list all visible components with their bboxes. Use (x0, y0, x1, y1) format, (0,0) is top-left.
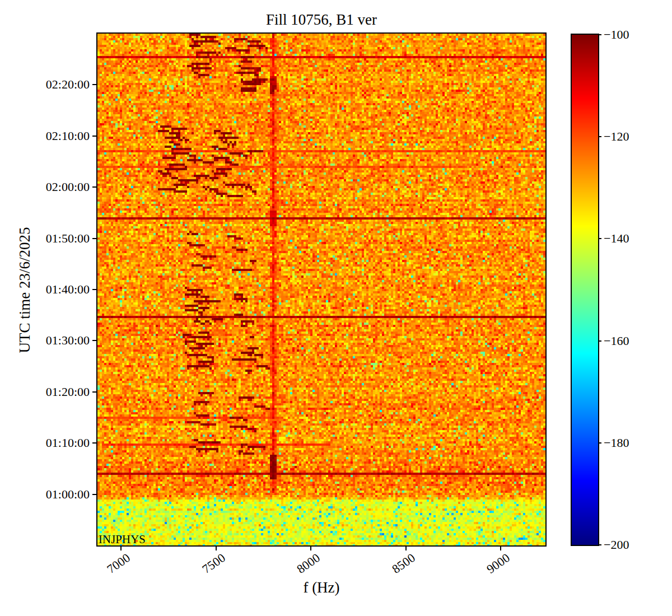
colorbar (571, 34, 599, 546)
x-tick-label: 8500 (390, 551, 418, 576)
x-tick-mark (405, 547, 407, 550)
y-tick-mark (92, 391, 96, 393)
colorbar-gradient (572, 35, 598, 545)
y-tick-mark (92, 136, 96, 137)
spectrogram-canvas (97, 34, 545, 545)
x-tick-mark (500, 547, 501, 550)
colorbar-tick-label: −200 (604, 538, 629, 552)
spectrogram-figure: Fill 10756, B1 ver INJPHYS f (Hz) UTC ti… (0, 0, 672, 616)
y-tick-label: 02:20:00 (21, 78, 90, 91)
colorbar-tick-mark (598, 544, 601, 545)
y-tick-label: 01:40:00 (21, 283, 90, 296)
y-tick-label: 01:20:00 (21, 385, 90, 399)
x-tick-mark (216, 547, 217, 550)
colorbar-tick-label: −160 (604, 334, 629, 348)
x-tick-label: 9000 (484, 551, 512, 576)
y-tick-label: 01:10:00 (21, 436, 90, 450)
colorbar-tick-mark (598, 34, 601, 35)
colorbar-tick-label: −180 (604, 436, 629, 450)
x-axis-label: f (Hz) (96, 579, 547, 596)
colorbar-tick-mark (598, 442, 601, 444)
x-tick-label: 8000 (295, 551, 323, 576)
colorbar-tick-label: −120 (604, 129, 629, 144)
colorbar-tick-mark (598, 136, 601, 137)
y-tick-label: 02:10:00 (21, 129, 90, 143)
y-tick-mark (92, 340, 96, 341)
y-tick-label: 01:50:00 (21, 232, 90, 245)
y-tick-mark (92, 442, 96, 444)
colorbar-tick-label: −140 (604, 231, 629, 246)
y-tick-mark (92, 289, 96, 290)
colorbar-tick-label: −100 (604, 27, 629, 42)
y-tick-mark (92, 238, 96, 239)
y-tick-mark (92, 186, 96, 188)
x-tick-mark (120, 547, 122, 550)
y-tick-mark (92, 84, 96, 85)
x-tick-label: 7500 (200, 551, 228, 576)
y-tick-mark (92, 494, 96, 495)
beam-mode-label: INJPHYS (99, 533, 146, 547)
plot-area (96, 32, 547, 547)
y-tick-label: 02:00:00 (21, 180, 90, 194)
plot-title: Fill 10756, B1 ver (96, 11, 547, 29)
y-tick-label: 01:30:00 (21, 334, 90, 347)
x-tick-mark (310, 547, 311, 550)
x-tick-label: 7000 (105, 551, 133, 576)
y-tick-label: 01:00:00 (21, 488, 90, 501)
colorbar-tick-mark (598, 340, 601, 342)
colorbar-tick-mark (598, 238, 601, 239)
